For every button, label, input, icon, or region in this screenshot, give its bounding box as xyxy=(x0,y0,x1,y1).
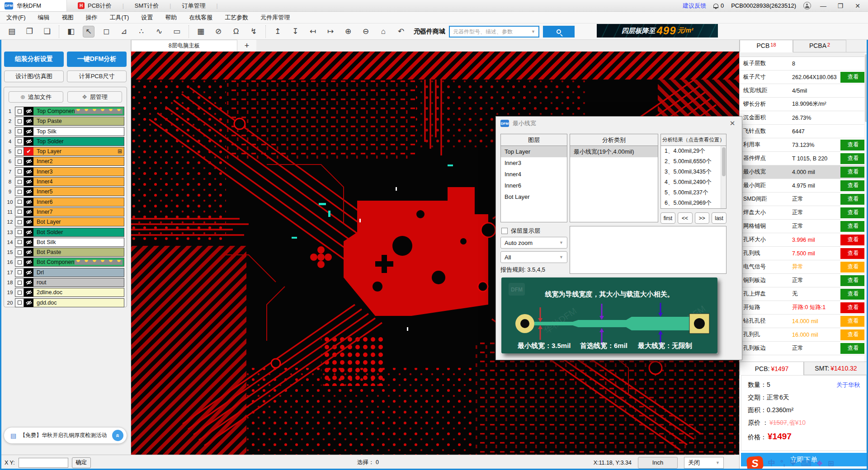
nav-last-button[interactable]: last xyxy=(712,212,726,224)
analysis-row[interactable]: 飞针点数6447 xyxy=(740,125,868,138)
layer-label[interactable]: Drl xyxy=(33,268,124,277)
analysis-row[interactable]: 开短路开路:0 短路:1查看 xyxy=(740,301,868,315)
layer-label[interactable]: rout xyxy=(33,278,124,287)
layer-row-top-layer[interactable]: 5✔Top Layer⊞ xyxy=(5,147,124,156)
layer-label[interactable]: Inner2 xyxy=(33,157,124,165)
ime-keyboard-icon[interactable]: ⌨ xyxy=(801,459,811,468)
layer-label[interactable]: Inner4 xyxy=(33,178,124,186)
layer-eye-off-icon[interactable] xyxy=(24,208,33,216)
layer-label[interactable]: Bot Layer xyxy=(33,218,124,226)
view-button[interactable]: 查看 xyxy=(840,329,866,340)
assembly-analysis-settings-button[interactable]: 组装分析设置 xyxy=(4,52,64,67)
layer-row-bot-paste[interactable]: 15Bot Paste xyxy=(5,248,124,257)
flip-top-icon[interactable]: ↥ xyxy=(272,26,283,38)
layer-label[interactable]: 2dline.doc xyxy=(33,288,124,296)
view-button[interactable]: 查看 xyxy=(840,248,866,259)
layer-label[interactable]: Inner5 xyxy=(33,188,124,196)
view-button[interactable]: 查看 xyxy=(840,221,866,232)
layer-label[interactable]: Inner7 xyxy=(33,208,124,216)
analysis-result-item[interactable]: 5、5.00mil,237个 xyxy=(661,188,721,198)
export-pdf-icon[interactable]: ❏ xyxy=(41,26,53,38)
layer-checkbox[interactable] xyxy=(15,127,24,136)
about-huaqiu-link[interactable]: 关于华秋 xyxy=(836,381,860,389)
layer-row-gdd-doc[interactable]: 20gdd.doc xyxy=(5,298,124,307)
analysis-row[interactable]: 网格铺铜正常查看 xyxy=(740,220,868,233)
fit-home-icon[interactable]: ⌂ xyxy=(377,26,389,38)
layer-checkbox[interactable] xyxy=(15,258,24,266)
impedance-ohm-icon[interactable]: Ω xyxy=(230,26,242,38)
analysis-row[interactable]: 器件焊点T 1015, B 220查看 xyxy=(740,152,868,165)
analysis-row[interactable]: 钻孔孔径14.000 mil查看 xyxy=(740,315,868,328)
layer-checkbox[interactable] xyxy=(15,198,24,206)
layer-label[interactable]: Top Silk xyxy=(33,127,124,136)
close-mode-dropdown[interactable]: 关闭 ▼ xyxy=(684,457,724,469)
keep-layer-checkbox[interactable] xyxy=(501,228,508,234)
view-button[interactable]: 查看 xyxy=(840,72,866,83)
view-button[interactable]: 查看 xyxy=(840,153,866,164)
app-tab-smt-pricing[interactable]: SMT计价 xyxy=(124,0,170,11)
menu-item-视图[interactable]: 视图 xyxy=(62,14,74,22)
layer-eye-off-icon[interactable] xyxy=(24,288,33,296)
dialog-layer-item[interactable]: Bot Layer xyxy=(501,191,567,202)
layer-eye-off-icon[interactable] xyxy=(24,198,33,206)
layer-eye-off-icon[interactable] xyxy=(24,117,33,125)
analysis-result-item[interactable]: 6、5.00mil,2969个 xyxy=(661,198,721,208)
analysis-result-item[interactable]: 4、5.00mil,2490个 xyxy=(661,177,721,188)
promo-pill[interactable]: ▤ 【免费】华秋开启孔铜厚度检测活动 « xyxy=(4,427,127,444)
design-simulation-button[interactable]: 设计图/仿真图 xyxy=(4,70,64,82)
layer-checkbox[interactable] xyxy=(15,278,24,287)
layer-row-inner7[interactable]: 11Inner7 xyxy=(5,207,124,216)
layer-row-bot-solder[interactable]: 13Bot Solder xyxy=(5,228,124,237)
analysis-row[interactable]: 焊盘大小正常查看 xyxy=(740,206,868,220)
search-button[interactable] xyxy=(543,26,575,38)
view-button[interactable]: 查看 xyxy=(840,140,866,150)
analysis-row[interactable]: 孔到线7.500 mil查看 xyxy=(740,247,868,260)
layer-checkbox[interactable] xyxy=(15,228,24,236)
layer-label[interactable]: Inner3 xyxy=(33,168,124,176)
view-button[interactable]: 查看 xyxy=(840,235,866,245)
filter-dropdown[interactable]: All ▼ xyxy=(500,251,567,263)
view-button[interactable]: 查看 xyxy=(840,167,866,178)
layer-eye-off-icon[interactable] xyxy=(24,228,33,236)
restore-button[interactable]: ❐ xyxy=(835,2,845,9)
layer-row-inner3[interactable]: 7Inner3 xyxy=(5,167,124,176)
append-file-button[interactable]: ⊕ 追加文件 xyxy=(9,91,63,103)
layer-label[interactable]: Bot Component xyxy=(33,258,124,266)
component-search-box[interactable]: ▼ xyxy=(449,26,539,38)
trace-edit-icon[interactable]: ⊿ xyxy=(118,26,130,38)
flip-bottom-icon[interactable]: ↧ xyxy=(289,26,301,38)
analysis-row[interactable]: 利用率73.123%查看 xyxy=(740,138,868,152)
layer-checkbox[interactable] xyxy=(15,157,24,165)
layer-row-bot-component[interactable]: 16Bot Component xyxy=(5,258,124,267)
layer-eye-off-icon[interactable] xyxy=(24,188,33,196)
xy-confirm-button[interactable]: 确定 xyxy=(72,457,91,468)
analysis-row[interactable]: 孔到孔16.000 mil查看 xyxy=(740,328,868,342)
layer-label[interactable]: Bot Solder xyxy=(33,228,124,236)
analysis-row[interactable]: 锣长分析18.9096米/m² xyxy=(740,98,868,111)
user-account-icon[interactable] xyxy=(803,2,811,9)
dialog-close-icon[interactable]: ✕ xyxy=(727,119,737,127)
unit-toggle-button[interactable]: Inch xyxy=(638,457,678,469)
category-item[interactable]: 最小线宽(19个,4.00mil) xyxy=(570,146,658,157)
layer-eye-off-icon[interactable] xyxy=(24,137,33,146)
view-button[interactable]: 查看 xyxy=(840,275,866,286)
analysis-row[interactable]: 最小间距4.975 mil查看 xyxy=(740,179,868,193)
layer-label[interactable]: Top Paste xyxy=(33,117,124,125)
ime-punct-icon[interactable]: °, xyxy=(780,459,785,467)
layer-label[interactable]: Top Layer⊞ xyxy=(33,147,124,155)
layer-row-bot-silk[interactable]: 14Bot Silk xyxy=(5,238,124,247)
ime-skin-icon[interactable]: ❖ xyxy=(816,459,823,468)
layer-row-inner2[interactable]: 6Inner2 xyxy=(5,157,124,166)
tab-pcba[interactable]: PCBA 2 xyxy=(793,40,846,52)
layer-checkbox[interactable] xyxy=(15,168,24,176)
ipc-netlist-icon[interactable]: ↯ xyxy=(248,26,259,38)
layer-eye-off-icon[interactable] xyxy=(24,218,33,226)
nav-prev-button[interactable]: << xyxy=(678,212,693,224)
layer-checkbox[interactable] xyxy=(15,188,24,196)
collapse-up-icon[interactable]: « xyxy=(112,430,123,441)
view-button[interactable]: 查看 xyxy=(840,289,866,300)
ruler-icon[interactable]: ▭ xyxy=(171,26,183,38)
layer-checkbox[interactable] xyxy=(15,299,24,307)
layer-eye-off-icon[interactable] xyxy=(24,238,33,246)
analysis-row[interactable]: 电气信号异常查看 xyxy=(740,260,868,274)
